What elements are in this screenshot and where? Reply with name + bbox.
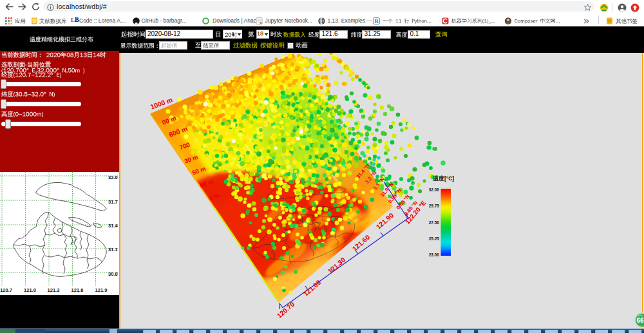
svg-text:66: 66 — [636, 317, 644, 324]
svg-text:120.70: 120.70 — [275, 300, 296, 319]
svg-text:B: B — [374, 18, 378, 24]
svg-text:121.0: 121.0 — [24, 287, 36, 293]
svg-text:31.4: 31.4 — [108, 223, 118, 229]
svg-text:121.9: 121.9 — [95, 287, 108, 293]
svg-text:121.00: 121.00 — [301, 278, 322, 298]
svg-text:25.25: 25.25 — [429, 236, 440, 241]
svg-text:31.1: 31.1 — [108, 247, 118, 252]
svg-text:121.6: 121.6 — [71, 287, 84, 293]
svg-text:32.0: 32.0 — [108, 175, 118, 180]
svg-text:120.7: 120.7 — [0, 287, 12, 293]
svg-text:32.00: 32.00 — [429, 187, 440, 192]
svg-text:23.00: 23.00 — [429, 252, 440, 257]
svg-text:31.7: 31.7 — [108, 199, 118, 205]
svg-text:27.50: 27.50 — [429, 220, 440, 225]
svg-text:121.3: 121.3 — [48, 287, 60, 293]
svg-text:29.75: 29.75 — [429, 204, 440, 208]
svg-text:30.8: 30.8 — [108, 271, 118, 277]
